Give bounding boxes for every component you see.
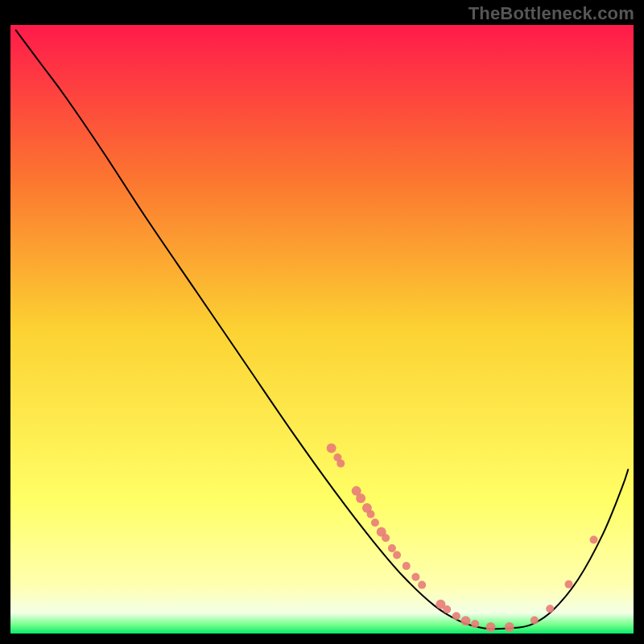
data-point <box>327 444 336 453</box>
data-point <box>546 605 554 613</box>
data-point <box>388 544 396 552</box>
bottleneck-curve-chart <box>0 0 644 644</box>
data-point <box>371 518 379 526</box>
data-point <box>443 605 451 613</box>
data-point <box>367 510 375 518</box>
data-point <box>505 622 514 632</box>
data-point <box>356 493 365 503</box>
data-point <box>418 581 426 589</box>
data-point <box>393 551 401 559</box>
chart-container: TheBottleneck.com <box>0 0 644 644</box>
data-point <box>411 573 419 581</box>
data-point <box>452 612 460 620</box>
data-point <box>382 534 390 542</box>
chart-background <box>10 24 634 634</box>
data-point <box>530 617 539 625</box>
data-point <box>590 536 598 544</box>
data-point <box>471 620 479 628</box>
data-point <box>565 580 573 588</box>
watermark-label: TheBottleneck.com <box>469 3 634 24</box>
data-point <box>460 616 470 625</box>
data-point <box>486 622 496 632</box>
data-point <box>336 460 345 468</box>
data-point <box>402 562 411 570</box>
